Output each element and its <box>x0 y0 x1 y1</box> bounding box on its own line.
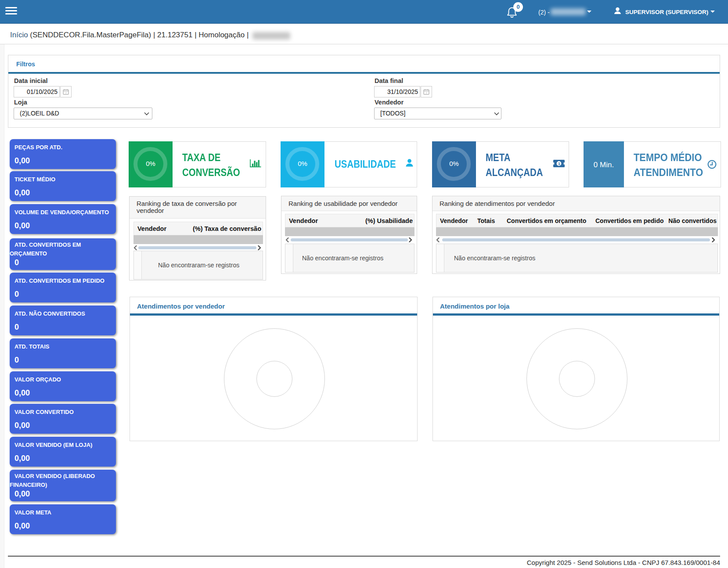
svg-text:7: 7 <box>426 92 428 94</box>
svg-text:7: 7 <box>65 92 67 94</box>
svg-text:1: 1 <box>558 161 561 166</box>
